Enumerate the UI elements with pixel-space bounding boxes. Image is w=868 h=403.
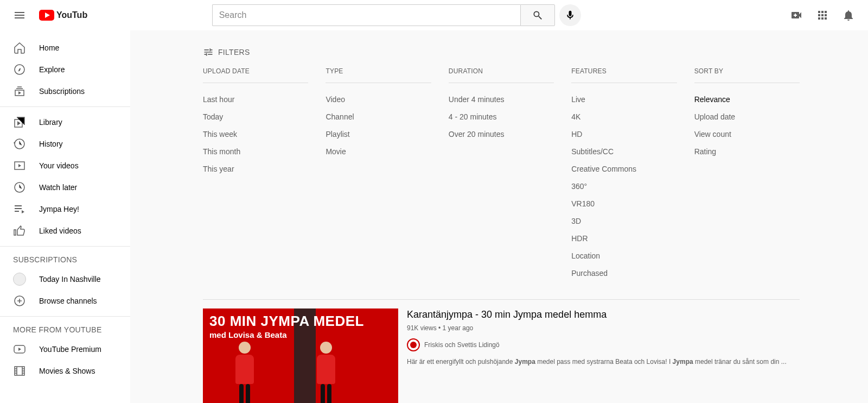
channel-avatar-icon — [407, 338, 420, 351]
sidebar-item-home[interactable]: Home — [0, 37, 130, 59]
clock-icon — [13, 181, 26, 194]
filter-heading: DURATION — [449, 67, 554, 83]
sidebar-label: Watch later — [39, 183, 77, 192]
separator: • — [437, 324, 443, 332]
apps-button[interactable] — [812, 4, 833, 26]
channel-avatar-icon — [13, 273, 26, 286]
search-results: 30 MIN JYMPA MEDEL med Lovisa & Beata Ka… — [203, 299, 800, 403]
svg-text:YouTube: YouTube — [56, 10, 88, 20]
filter-option[interactable]: Subtitles/CC — [571, 143, 676, 160]
sidebar-item-your-videos[interactable]: Your videos — [0, 155, 130, 177]
sidebar-item-liked[interactable]: Liked videos — [0, 220, 130, 242]
search-icon — [532, 10, 543, 21]
filter-option[interactable]: Upload date — [694, 108, 800, 125]
filter-option[interactable]: Video — [326, 91, 431, 108]
create-icon — [790, 9, 803, 22]
sidebar-section-more: MORE FROM YOUTUBE YouTube Premium Movies… — [0, 317, 130, 386]
header: YouTube — [0, 0, 868, 30]
filter-option[interactable]: HD — [571, 125, 676, 143]
playlist-icon — [13, 203, 26, 216]
desc-bold: Jympa — [673, 358, 693, 366]
filter-option[interactable]: Creative Commons — [571, 160, 676, 178]
filter-option[interactable]: 360° — [571, 178, 676, 195]
thumbnail-figure — [317, 342, 335, 403]
video-stats: 91K views • 1 year ago — [407, 324, 800, 332]
filter-option[interactable]: Movie — [326, 143, 431, 160]
microphone-icon — [565, 10, 576, 21]
sidebar-label: Subscriptions — [39, 87, 85, 96]
voice-search-button[interactable] — [559, 4, 581, 26]
home-icon — [13, 41, 26, 54]
film-icon — [13, 364, 26, 377]
sidebar-label: Browse channels — [39, 297, 97, 305]
history-icon — [13, 137, 26, 150]
video-thumbnail[interactable]: 30 MIN JYMPA MEDEL med Lovisa & Beata — [203, 308, 398, 403]
sidebar: Home Explore Subscriptions Library Histo… — [0, 30, 130, 403]
video-title[interactable]: Karantänjympa - 30 min Jympa medel hemma — [407, 308, 800, 321]
sidebar-item-watch-later[interactable]: Watch later — [0, 177, 130, 198]
sidebar-item-history[interactable]: History — [0, 133, 130, 155]
video-channel-row[interactable]: Friskis och Svettis Lidingö — [407, 338, 800, 351]
filter-option[interactable]: Playlist — [326, 125, 431, 143]
filter-option[interactable]: This month — [203, 143, 308, 160]
sidebar-label: Today In Nashville — [39, 275, 101, 284]
play-outline-icon — [13, 159, 26, 172]
filter-option[interactable]: This year — [203, 160, 308, 178]
filter-col-duration: DURATION Under 4 minutes 4 - 20 minutes … — [449, 67, 554, 282]
video-metadata: Karantänjympa - 30 min Jympa medel hemma… — [407, 308, 800, 403]
sidebar-item-library[interactable]: Library — [0, 111, 130, 133]
sidebar-sub-today-in-nashville[interactable]: Today In Nashville — [0, 268, 130, 290]
sidebar-section-subs: SUBSCRIPTIONS Today In Nashville Browse … — [0, 247, 130, 317]
filters-toggle-button[interactable]: FILTERS — [203, 39, 800, 65]
filter-option[interactable]: View count — [694, 125, 800, 143]
sidebar-title-subscriptions: SUBSCRIPTIONS — [0, 251, 130, 268]
filter-option[interactable]: 4 - 20 minutes — [449, 108, 554, 125]
plus-circle-icon — [13, 294, 26, 307]
filter-option[interactable]: 3D — [571, 212, 676, 230]
filter-option-relevance[interactable]: Relevance — [694, 91, 800, 108]
sidebar-item-subscriptions[interactable]: Subscriptions — [0, 80, 130, 102]
sidebar-item-browse-channels[interactable]: Browse channels — [0, 290, 130, 312]
sidebar-section-main: Home Explore Subscriptions — [0, 33, 130, 107]
thumbnail-title: 30 MIN JYMPA MEDEL — [209, 313, 364, 330]
sidebar-label: History — [39, 140, 63, 148]
subscriptions-icon — [13, 85, 26, 98]
sidebar-label: Home — [39, 43, 59, 52]
hamburger-menu-button[interactable] — [9, 4, 30, 26]
filter-columns: UPLOAD DATE Last hour Today This week Th… — [203, 67, 800, 299]
sidebar-item-movies[interactable]: Movies & Shows — [0, 360, 130, 382]
sidebar-title-more: MORE FROM YOUTUBE — [0, 321, 130, 338]
sidebar-label: Liked videos — [39, 226, 81, 235]
filter-option[interactable]: Today — [203, 108, 308, 125]
youtube-logo[interactable]: YouTube — [39, 10, 88, 21]
notifications-button[interactable] — [838, 4, 859, 26]
sidebar-item-explore[interactable]: Explore — [0, 59, 130, 80]
sidebar-item-premium[interactable]: YouTube Premium — [0, 338, 130, 360]
filter-option[interactable]: Channel — [326, 108, 431, 125]
bell-icon — [842, 9, 855, 22]
filter-option[interactable]: Last hour — [203, 91, 308, 108]
filter-option[interactable]: Rating — [694, 143, 800, 160]
sidebar-label: Explore — [39, 65, 65, 74]
sidebar-item-playlist-jympa[interactable]: Jympa Hey! — [0, 198, 130, 220]
filter-heading: TYPE — [326, 67, 431, 83]
grid-icon — [816, 9, 829, 22]
filter-option[interactable]: Over 20 minutes — [449, 125, 554, 143]
filter-option[interactable]: Live — [571, 91, 676, 108]
create-button[interactable] — [786, 4, 807, 26]
search-input[interactable] — [212, 4, 520, 26]
search-button[interactable] — [520, 4, 555, 26]
filter-option[interactable]: This week — [203, 125, 308, 143]
filter-option[interactable]: Purchased — [571, 265, 676, 282]
search-form — [212, 4, 555, 26]
filter-option[interactable]: VR180 — [571, 195, 676, 212]
sidebar-section-library: Library History Your videos Watch later … — [0, 107, 130, 247]
filter-option[interactable]: Under 4 minutes — [449, 91, 554, 108]
filter-option[interactable]: Location — [571, 247, 676, 265]
filter-heading: SORT BY — [694, 67, 800, 83]
menu-icon — [13, 9, 26, 22]
filter-col-sort-by: SORT BY Relevance Upload date View count… — [694, 67, 800, 282]
video-result-row[interactable]: 30 MIN JYMPA MEDEL med Lovisa & Beata Ka… — [203, 308, 800, 403]
filter-option[interactable]: HDR — [571, 230, 676, 247]
filter-option[interactable]: 4K — [571, 108, 676, 125]
